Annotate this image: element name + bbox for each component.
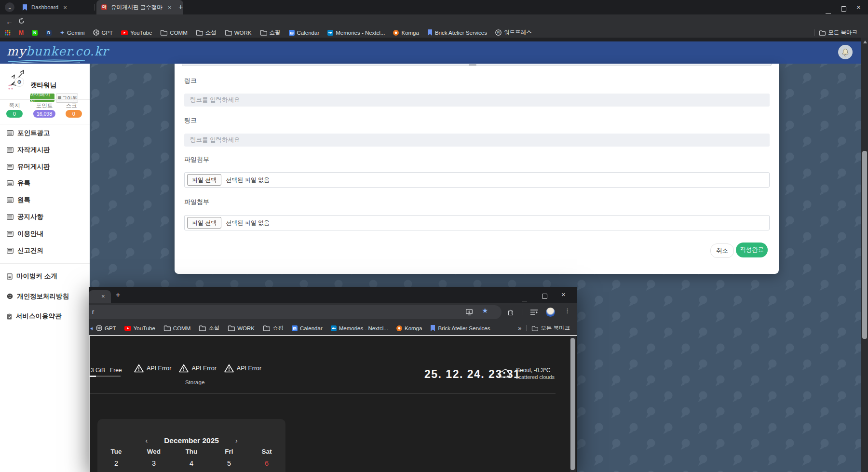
stat-value-badge[interactable]: 0 [66, 110, 82, 118]
tab-close-icon[interactable]: × [167, 4, 173, 11]
calendar-date[interactable]: 3 [135, 459, 173, 467]
calendar-next-icon[interactable]: › [235, 437, 238, 445]
maximize-button[interactable] [841, 5, 846, 13]
sidebar-item-6[interactable]: 공지사항 [7, 213, 43, 221]
cancel-button[interactable]: 취소 [710, 243, 734, 258]
sidebar-item-4[interactable]: 유톡 [7, 179, 30, 188]
tab-humor-board[interactable]: 마 유머게시판 글수정마이벙커 - × [96, 0, 183, 14]
close-button[interactable]: × [856, 3, 861, 11]
bookmark-item[interactable]: 소설 [199, 324, 219, 332]
scrollbar-up-arrow[interactable] [863, 40, 867, 43]
bookmark-item[interactable]: WORK [225, 29, 252, 36]
chrome-menu-icon[interactable]: ⋮ [564, 307, 570, 314]
sidebar-item-5[interactable]: 원톡 [7, 196, 30, 204]
sidebar-footer-item-1[interactable]: 마이벙커 소개 [7, 272, 57, 281]
install-app-icon[interactable] [466, 309, 473, 315]
sidebar-item-3[interactable]: 유머게시판 [7, 162, 50, 171]
sidebar-item-1[interactable]: 포인트광고 [7, 129, 50, 137]
link-input-1[interactable]: 링크를 입력하세요 [184, 94, 770, 107]
extensions-icon[interactable] [507, 309, 515, 316]
all-bookmarks-button[interactable]: 모든 북마크 [531, 324, 570, 332]
site-logo[interactable]: mybunker.co.kr [7, 44, 108, 58]
bookmarks-overflow-icon[interactable]: » [518, 325, 522, 332]
window2-scrollbar[interactable] [570, 336, 576, 472]
stat-value-badge[interactable]: 16,098 [33, 110, 55, 118]
calendar-prev-icon[interactable]: ‹ [145, 437, 148, 445]
sidebar-item-8[interactable]: 신고건의 [7, 246, 43, 255]
back-icon[interactable]: ← [6, 17, 13, 26]
board-icon [7, 248, 14, 254]
refresh-icon[interactable] [18, 18, 25, 24]
window2-address-bar[interactable]: r ★ [89, 305, 502, 319]
bookmark-star-filled-icon[interactable]: ★ [482, 307, 488, 314]
file-select-button[interactable]: 파일 선택 [187, 174, 221, 186]
sidebar-item-label: 신고건의 [17, 246, 43, 255]
calendar-date[interactable]: 6 [248, 459, 285, 467]
bookmark-apps-grid[interactable] [5, 30, 11, 36]
bookmark-gmail[interactable]: M [19, 29, 24, 36]
profile-avatar[interactable] [546, 308, 555, 317]
bookmark-d[interactable]: D [46, 30, 52, 36]
divider [0, 124, 90, 124]
sidebar-item-label: 유톡 [17, 179, 30, 188]
page-scrollbar-thumb[interactable] [862, 151, 867, 339]
link-input-2[interactable]: 링크를 입력하세요 [184, 134, 770, 147]
close-button[interactable]: × [561, 291, 566, 298]
sidebar-item-2[interactable]: 자작게시판 [7, 146, 50, 154]
notification-bell-button[interactable] [838, 45, 853, 59]
calendar-date[interactable]: 4 [173, 459, 210, 467]
logout-button[interactable]: 로그아웃 [56, 94, 78, 103]
bookmark-item[interactable]: Brick Atelier Services [427, 29, 487, 36]
avatar-settings-gear-icon[interactable]: ⚙ [14, 77, 24, 87]
bookmark-naver[interactable]: N [32, 30, 38, 36]
bookmark-item[interactable]: Komga [393, 30, 419, 36]
calendar-date[interactable]: 5 [210, 459, 248, 467]
all-bookmarks-button[interactable]: 모든 북마크 [819, 29, 857, 36]
bookmark-item[interactable]: GPT [96, 325, 116, 331]
bookmark-item[interactable]: W워드프레스 [495, 29, 532, 36]
bookmark-partial-icon[interactable]: ✦ [90, 324, 93, 333]
bookmark-item[interactable]: 소설 [196, 29, 217, 36]
bookmark-item[interactable]: 31Calendar [292, 325, 323, 331]
stat-value-badge[interactable]: 0 [6, 110, 23, 118]
bookmark-item[interactable]: WORK [228, 325, 255, 331]
page-scrollbar[interactable] [861, 38, 868, 472]
bookmark-item[interactable]: 쇼핑 [260, 29, 281, 36]
bookmark-item[interactable]: COMM [163, 325, 190, 331]
sidebar-footer-item-2[interactable]: 개인정보처리방침 [7, 292, 69, 301]
sidebar-item-7[interactable]: 이용안내 [7, 229, 43, 238]
url-text[interactable]: r [92, 309, 94, 315]
bookmark-item[interactable]: Komga [396, 325, 422, 331]
tab-dashboard[interactable]: Dashboard × [17, 0, 95, 14]
tab-close-icon[interactable]: × [62, 4, 68, 11]
bookmark-item[interactable]: Memories - Nextcl... [327, 30, 385, 36]
file-input-2[interactable]: 파일 선택 선택된 파일 없음 [184, 215, 770, 230]
bookmark-item[interactable]: 31Calendar [289, 30, 320, 36]
calendar-date[interactable]: 2 [97, 459, 135, 467]
bookmark-item[interactable]: 쇼핑 [263, 324, 284, 332]
window2-scrollbar-thumb[interactable] [570, 338, 575, 470]
submit-button[interactable]: 작성완료 [736, 243, 768, 257]
bookmark-item[interactable]: Memories - Nextcl... [331, 325, 388, 331]
minimize-button[interactable] [522, 295, 527, 303]
maximize-button[interactable] [542, 292, 547, 301]
mypage-button[interactable]: 마이페이지 [30, 94, 54, 102]
bookmark-item[interactable]: YouTube [121, 30, 152, 36]
tab-search-icon[interactable]: ⌄ [5, 2, 14, 12]
tab-organizer-icon[interactable] [530, 309, 538, 315]
file-input-1[interactable]: 파일 선택 선택된 파일 없음 [184, 172, 770, 188]
tab-close-icon[interactable]: × [100, 293, 106, 299]
file-select-button[interactable]: 파일 선택 [187, 217, 221, 229]
bookmark-item[interactable]: Brick Atelier Services [430, 325, 490, 331]
building-icon [7, 273, 13, 280]
sidebar-footer-item-3[interactable]: 서비스이용약관 [7, 312, 62, 321]
bookmark-item[interactable]: GPT [93, 29, 113, 36]
window2-tab[interactable]: × [89, 290, 111, 303]
bookmark-item[interactable]: ✦Gemini [60, 29, 85, 36]
window2-bookmarks-bar: ✦GPTYouTubeCOMM소설WORK쇼핑31CalendarMemorie… [89, 322, 577, 335]
bookmark-item[interactable]: COMM [160, 29, 187, 36]
new-tab-button[interactable]: + [116, 291, 120, 299]
bookmark-label: WORK [234, 30, 252, 36]
new-tab-button[interactable]: + [178, 3, 183, 12]
bookmark-item[interactable]: YouTube [124, 325, 155, 331]
